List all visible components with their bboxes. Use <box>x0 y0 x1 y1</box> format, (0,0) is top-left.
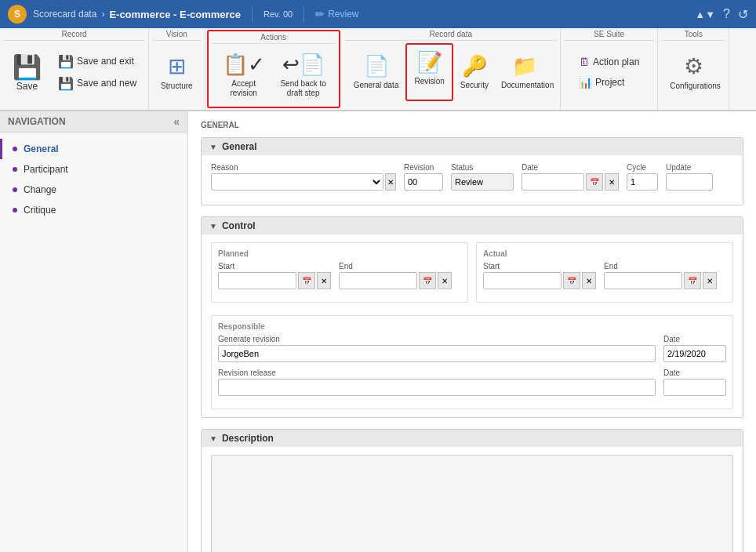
general-data-button[interactable]: 📄 General data <box>348 43 405 101</box>
accept-revision-button[interactable]: 📋✓ Accept revision <box>215 46 273 104</box>
sidebar-header: NAVIGATION « <box>0 111 187 133</box>
control-toggle-icon: ▼ <box>209 222 217 231</box>
breadcrumb-sep: › <box>101 9 104 20</box>
revision-badge: Rev. 00 <box>264 9 293 19</box>
sidebar-collapse-button[interactable]: « <box>173 115 180 128</box>
actual-start-clear-btn[interactable]: ✕ <box>582 272 596 289</box>
security-button[interactable]: 🔑 Security <box>455 43 494 101</box>
topbar-actions: ▲▼ ? ↺ <box>695 7 748 22</box>
sidebar-item-participant[interactable]: Participant <box>0 159 187 180</box>
vision-group-label: Vision <box>152 28 202 41</box>
cycle-label: Cycle <box>627 163 658 172</box>
release-label: Revision release <box>218 369 656 377</box>
planned-start-wrapper: 📅 ✕ <box>218 272 331 289</box>
responsible-box: Responsible Generate revision Date <box>211 315 733 409</box>
sidebar-item-critique[interactable]: Critique <box>0 200 187 220</box>
description-textarea[interactable] <box>211 455 733 552</box>
save-and-new-button[interactable]: 💾 Save and new <box>53 74 142 93</box>
send-back-button[interactable]: ↩📄 Send back to draft step <box>274 46 333 104</box>
ribbon-actions-group: Actions 📋✓ Accept revision ↩📄 Send back … <box>209 31 339 107</box>
actual-end-input[interactable] <box>604 272 682 289</box>
general-toggle-icon: ▼ <box>209 143 217 151</box>
structure-button[interactable]: ⊞ Structure <box>155 43 198 101</box>
revision-input[interactable] <box>404 173 443 191</box>
accept-revision-icon: 📋✓ <box>223 53 265 77</box>
actual-start-cal-btn[interactable]: 📅 <box>563 272 580 289</box>
description-section-header[interactable]: ▼ Description <box>202 430 743 447</box>
date-calendar-button[interactable]: 📅 <box>586 173 603 191</box>
section-header-bar: GENERAL <box>201 121 743 129</box>
revision-field: Revision <box>404 163 443 191</box>
control-section-header[interactable]: ▼ Control <box>202 217 743 234</box>
sidebar-label-general: General <box>24 143 59 154</box>
release-date-field: Date <box>663 369 726 396</box>
sidebar-label-critique: Critique <box>24 205 56 216</box>
planned-start-clear-btn[interactable]: ✕ <box>317 272 331 289</box>
collapse-icon[interactable]: ▲▼ <box>695 9 715 20</box>
cycle-input[interactable] <box>627 173 658 191</box>
release-input[interactable] <box>218 379 656 396</box>
date-label: Date <box>522 163 619 172</box>
general-section-header[interactable]: ▼ General <box>202 138 743 155</box>
date-input[interactable] <box>522 173 584 191</box>
project-button[interactable]: 📊 Project <box>573 74 645 91</box>
reason-select[interactable] <box>211 173 383 191</box>
planned-label: Planned <box>218 249 461 258</box>
save-and-exit-button[interactable]: 💾 Save and exit <box>53 52 142 71</box>
actual-start-field: Start 📅 ✕ <box>483 262 596 289</box>
sidebar-dot-critique <box>13 208 17 212</box>
general-section-title: General <box>222 141 257 152</box>
action-plan-button[interactable]: 🗓 Action plan <box>573 53 645 71</box>
sidebar-label-participant: Participant <box>24 164 68 175</box>
actual-end-clear-btn[interactable]: ✕ <box>703 272 717 289</box>
sidebar-item-general[interactable]: General <box>0 139 187 159</box>
breadcrumb-app[interactable]: Scorecard data <box>33 9 96 20</box>
sidebar-dot-general <box>13 147 17 151</box>
security-icon: 🔑 <box>462 54 487 78</box>
actual-end-wrapper: 📅 ✕ <box>604 272 717 289</box>
revision-button[interactable]: 📝 Revision <box>409 46 449 90</box>
planned-end-input[interactable] <box>339 272 417 289</box>
refresh-icon[interactable]: ↺ <box>738 7 748 22</box>
planned-end-wrapper: 📅 ✕ <box>339 272 452 289</box>
actual-start-label: Start <box>483 262 596 271</box>
planned-start-field: Start 📅 ✕ <box>218 262 331 289</box>
gen-revision-label: Generate revision <box>218 335 656 343</box>
project-icon: 📊 <box>579 76 592 89</box>
configurations-button[interactable]: ⚙ Configurations <box>664 43 722 101</box>
control-section-title: Control <box>222 220 256 231</box>
save-button[interactable]: 💾 Save <box>6 52 48 93</box>
actions-highlight-box: Actions 📋✓ Accept revision ↩📄 Send back … <box>207 30 340 108</box>
section-label: GENERAL <box>201 121 239 129</box>
gen-date-input[interactable] <box>663 345 726 362</box>
sidebar-item-change[interactable]: Change <box>0 180 187 200</box>
gen-revision-input[interactable] <box>218 345 656 362</box>
planned-start-cal-btn[interactable]: 📅 <box>298 272 315 289</box>
documentation-button[interactable]: 📁 Documentation <box>496 43 554 101</box>
revision-highlight-box: 📝 Revision <box>405 43 453 101</box>
actual-end-label: End <box>604 262 717 271</box>
actual-end-cal-btn[interactable]: 📅 <box>684 272 701 289</box>
configurations-icon: ⚙ <box>684 53 703 80</box>
update-field: Update <box>666 163 713 191</box>
actual-start-input[interactable] <box>483 272 562 289</box>
action-plan-icon: 🗓 <box>579 56 590 68</box>
planned-end-clear-btn[interactable]: ✕ <box>438 272 452 289</box>
responsible-label: Responsible <box>218 322 726 331</box>
planned-start-input[interactable] <box>218 272 296 289</box>
control-dates-row: Planned Start 📅 ✕ En <box>211 242 733 309</box>
record-data-group-label: Record data <box>345 28 557 41</box>
date-clear-button[interactable]: ✕ <box>605 173 619 191</box>
release-date-input[interactable] <box>663 379 726 396</box>
help-icon[interactable]: ? <box>723 7 730 21</box>
update-input[interactable] <box>666 173 713 191</box>
app-logo: S <box>8 5 27 24</box>
sidebar-dot-change <box>13 187 17 192</box>
planned-dates-row: Start 📅 ✕ End <box>218 262 461 289</box>
reason-clear-button[interactable]: ✕ <box>385 173 396 191</box>
release-field: Revision release <box>218 369 656 396</box>
sidebar: NAVIGATION « General Participant Change … <box>0 111 188 552</box>
general-section: ▼ General Reason ✕ Revision <box>201 137 743 205</box>
general-data-icon: 📄 <box>364 54 389 78</box>
planned-end-cal-btn[interactable]: 📅 <box>419 272 436 289</box>
